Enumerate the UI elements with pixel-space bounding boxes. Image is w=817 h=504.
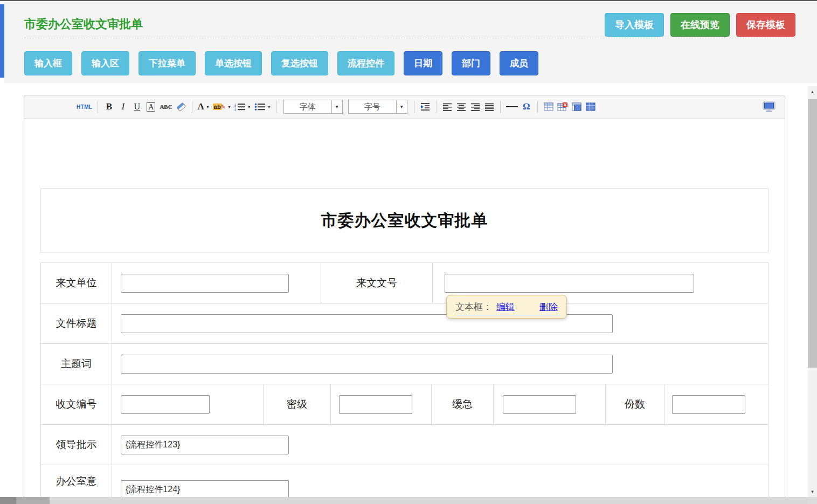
widget-button-flow-control[interactable]: 流程控件	[337, 51, 394, 75]
widget-button-member[interactable]: 成员	[500, 51, 538, 75]
field-subject-words	[112, 343, 768, 384]
font-size-select[interactable]: 字号 ▼	[348, 100, 407, 114]
toolbar-separator	[192, 101, 192, 113]
copies-input[interactable]	[672, 395, 745, 414]
html-source-button[interactable]: HTML	[75, 99, 94, 115]
chevron-down-icon: ▼	[247, 105, 251, 109]
toolbar-separator	[500, 101, 501, 113]
special-character-button[interactable]: Ω	[520, 99, 534, 115]
dashed-divider	[24, 38, 795, 38]
font-color-button[interactable]: A▼	[196, 99, 211, 115]
save-template-button[interactable]: 保存模板	[736, 13, 795, 37]
field-secrecy-level	[330, 384, 432, 425]
indent-icon	[420, 102, 431, 111]
template-actions: 导入模板 在线预览 保存模板	[605, 13, 795, 37]
boxed-a-icon: A	[147, 102, 155, 112]
align-right-icon	[470, 103, 480, 111]
office-opinion-input[interactable]	[121, 480, 289, 497]
highlight-button[interactable]: ab✎▼	[211, 99, 233, 115]
delete-link[interactable]: 删除	[539, 301, 558, 313]
cell-properties-button[interactable]	[584, 99, 598, 115]
subject-words-input[interactable]	[121, 355, 613, 374]
label-office-opinion: 办公室意	[40, 465, 112, 497]
edit-link[interactable]: 编辑	[496, 301, 515, 313]
urgency-input[interactable]	[503, 395, 576, 414]
font-family-select[interactable]: 字体 ▼	[283, 100, 343, 114]
widget-button-dropdown[interactable]: 下拉菜单	[139, 51, 196, 75]
scroll-down-arrow-icon[interactable]: ▼	[808, 487, 817, 496]
textbox-action-tooltip: 文本框： 编辑 删除	[446, 295, 567, 319]
online-preview-button[interactable]: 在线预览	[670, 13, 730, 37]
font-family-value: 字体	[283, 100, 332, 114]
chevron-down-icon[interactable]: ▼	[332, 100, 343, 114]
scroll-up-arrow-icon[interactable]: ▲	[808, 87, 817, 96]
widget-toolbar: 输入框 输入区 下拉菜单 单选按钮 复选按钮 流程控件 日期 部门 成员	[24, 51, 538, 75]
unordered-list-button[interactable]: ▼	[253, 99, 273, 115]
font-size-value: 字号	[348, 100, 397, 114]
form-title-box: 市委办公室收文审批单	[40, 188, 768, 253]
field-document-title	[112, 303, 768, 344]
form-row-leader-remarks: 领导批示	[40, 424, 768, 465]
horizontal-scrollbar[interactable]	[0, 497, 808, 504]
underline-button[interactable]: U	[130, 99, 144, 115]
align-justify-button[interactable]	[482, 99, 496, 115]
widget-button-input-area[interactable]: 输入区	[81, 51, 129, 75]
toolbar-separator	[414, 101, 414, 113]
pencil-icon: ✎	[221, 103, 226, 111]
leader-remarks-input[interactable]	[121, 436, 289, 454]
form-title: 市委办公室收文审批单	[321, 210, 488, 232]
ordered-list-button[interactable]: 123 ▼	[233, 99, 253, 115]
italic-button[interactable]: I	[116, 99, 130, 115]
label-secrecy-level: 密级	[263, 384, 331, 425]
label-urgency: 缓急	[431, 384, 494, 425]
eraser-button[interactable]	[174, 99, 188, 115]
horizontal-rule-button[interactable]	[504, 99, 520, 115]
indent-button[interactable]	[418, 99, 432, 115]
align-left-icon	[442, 103, 452, 111]
import-template-button[interactable]: 导入模板	[605, 13, 664, 37]
tooltip-label: 文本框：	[455, 301, 492, 313]
label-copies: 份数	[605, 384, 664, 425]
widget-button-input-box[interactable]: 输入框	[24, 51, 72, 75]
toolbar-separator	[537, 101, 538, 113]
chevron-down-icon[interactable]: ▼	[397, 100, 407, 114]
toolbar-separator	[98, 101, 98, 113]
source-unit-input[interactable]	[121, 274, 289, 293]
widget-button-department[interactable]: 部门	[452, 51, 490, 75]
horizontal-scrollbar-thumb[interactable]	[0, 497, 50, 504]
editor-canvas[interactable]: 市委办公室收文审批单 来文单位 来文文号 文件标题 主题词	[24, 119, 785, 497]
form-row-office-opinion: 办公室意	[40, 465, 768, 497]
table-properties-button[interactable]	[570, 99, 584, 115]
rich-text-editor: HTML B I U A ABC A▼ ab✎▼ 123 ▼ ▼ 字体	[24, 95, 785, 497]
field-receipt-number	[112, 384, 264, 425]
label-source-unit: 来文单位	[40, 263, 112, 303]
label-receipt-number: 收文编号	[40, 384, 112, 425]
editor-workspace: HTML B I U A ABC A▼ ab✎▼ 123 ▼ ▼ 字体	[4, 83, 808, 497]
insert-table-button[interactable]	[542, 99, 556, 115]
font-color-icon: A	[198, 101, 204, 112]
widget-button-date[interactable]: 日期	[404, 51, 442, 75]
align-center-icon	[456, 103, 466, 111]
widget-button-checkbox[interactable]: 复选按钮	[271, 51, 328, 75]
form-row-source-unit: 来文单位 来文文号	[40, 263, 768, 303]
receipt-number-input[interactable]	[121, 395, 210, 414]
table-properties-icon	[572, 102, 581, 111]
fullscreen-button[interactable]	[761, 99, 777, 115]
editor-toolbar: HTML B I U A ABC A▼ ab✎▼ 123 ▼ ▼ 字体	[24, 95, 785, 119]
delete-table-icon	[557, 102, 567, 111]
vertical-scrollbar-thumb[interactable]	[808, 99, 817, 368]
align-right-button[interactable]	[468, 99, 482, 115]
delete-table-button[interactable]	[556, 99, 570, 115]
document-number-input[interactable]	[445, 274, 694, 293]
bold-button[interactable]: B	[102, 99, 116, 115]
label-subject-words: 主题词	[40, 343, 112, 384]
secrecy-level-input[interactable]	[339, 395, 412, 414]
field-copies	[664, 384, 768, 425]
vertical-scrollbar[interactable]: ▲ ▼	[808, 86, 817, 504]
form-row-subject-words: 主题词	[40, 343, 768, 384]
boxed-a-button[interactable]: A	[144, 99, 158, 115]
strikethrough-button[interactable]: ABC	[158, 99, 174, 115]
align-left-button[interactable]	[440, 99, 454, 115]
align-center-button[interactable]	[454, 99, 468, 115]
widget-button-radio[interactable]: 单选按钮	[205, 51, 262, 75]
